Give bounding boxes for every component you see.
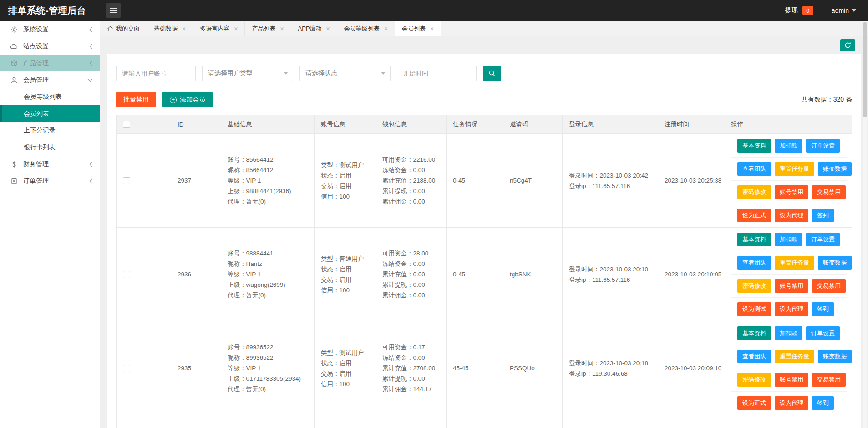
- row-checkbox-cell: [117, 134, 171, 227]
- batch-disable-button[interactable]: 批量禁用: [116, 92, 156, 107]
- row-checkbox-cell: [117, 415, 171, 428]
- login-info-cell: 登录时间：2023-10-03 20:10登录ip：111.65.57.116: [563, 228, 658, 321]
- op-button-加扣款[interactable]: 加扣款: [775, 326, 802, 340]
- operations-row: 基本资料加扣款订单设置: [731, 322, 847, 345]
- hamburger-icon: [110, 6, 117, 15]
- tab-多语言内容[interactable]: 多语言内容×: [193, 21, 245, 36]
- op-button-账变数据[interactable]: 账变数据: [818, 350, 852, 363]
- tab-label: APP滚动: [298, 25, 322, 33]
- op-button-设为正式[interactable]: 设为正式: [737, 209, 771, 222]
- sidebar-toggle-button[interactable]: [106, 3, 121, 18]
- start-time-input[interactable]: [397, 66, 477, 81]
- tab-APP滚动[interactable]: APP滚动×: [291, 21, 337, 36]
- info-line: 2023-10-03 20:25:38: [665, 175, 731, 186]
- scrollbar-thumb[interactable]: [863, 22, 867, 117]
- withdraw-count-badge[interactable]: 0: [802, 6, 813, 15]
- close-icon[interactable]: ×: [326, 25, 330, 32]
- sidebar-item-财务管理[interactable]: 财务管理: [0, 156, 100, 173]
- op-button-设为代理[interactable]: 设为代理: [775, 302, 808, 316]
- operations-row: 密码修改账号禁用交易禁用: [731, 368, 847, 392]
- sidebar-item-站点设置[interactable]: 站点设置: [0, 38, 100, 55]
- chevron-left-icon: [89, 44, 93, 49]
- tab-会员等级列表[interactable]: 会员等级列表×: [337, 21, 395, 36]
- op-button-签到[interactable]: 签到: [812, 396, 834, 410]
- op-button-账变数据[interactable]: 账变数据: [818, 256, 852, 270]
- info-line: 登录时间：2023-10-03 20:42: [569, 170, 658, 181]
- op-button-重置任务量[interactable]: 重置任务量: [775, 162, 814, 176]
- tab-我的桌面[interactable]: 我的桌面: [100, 21, 147, 36]
- sidebar-item-会员管理[interactable]: 会员管理: [0, 71, 100, 88]
- operations-row: 设为正式设为代理签到: [731, 204, 847, 227]
- op-button-订单设置[interactable]: 订单设置: [806, 139, 840, 153]
- op-button-订单设置[interactable]: 订单设置: [806, 233, 840, 246]
- op-button-重置任务量[interactable]: 重置任务量: [775, 256, 814, 270]
- chevron-left-icon: [89, 27, 93, 32]
- op-button-基本资料[interactable]: 基本资料: [737, 233, 771, 246]
- op-button-查看团队[interactable]: 查看团队: [737, 256, 771, 270]
- op-button-账号禁用[interactable]: 账号禁用: [775, 373, 808, 387]
- op-button-账变数据[interactable]: 账变数据: [818, 162, 852, 176]
- sidebar-subitem-会员列表[interactable]: 会员列表: [0, 105, 100, 122]
- op-button-交易禁用[interactable]: 交易禁用: [812, 373, 846, 387]
- info-line: 昵称：89936522: [228, 352, 314, 363]
- search-button[interactable]: [483, 66, 501, 81]
- user-type-select[interactable]: 请选择用户类型: [202, 66, 293, 81]
- tab-会员列表[interactable]: 会员列表×: [395, 21, 441, 36]
- op-button-设为代理[interactable]: 设为代理: [775, 209, 808, 222]
- basic-info-cell: 账号：89936522昵称：89936522等级：VIP 1上级：0171178…: [221, 321, 315, 415]
- op-button-密码修改[interactable]: 密码修改: [737, 185, 771, 199]
- op-button-交易禁用[interactable]: 交易禁用: [812, 279, 846, 293]
- op-button-密码修改[interactable]: 密码修改: [737, 279, 771, 293]
- op-button-基本资料[interactable]: 基本资料: [737, 326, 771, 340]
- op-button-账号禁用[interactable]: 账号禁用: [775, 279, 808, 293]
- sidebar-subitem-银行卡列表[interactable]: 银行卡列表: [0, 139, 100, 156]
- refresh-button[interactable]: [840, 39, 855, 51]
- sidebar-subitem-上下分记录[interactable]: 上下分记录: [0, 122, 100, 139]
- tab-基础数据[interactable]: 基础数据×: [147, 21, 193, 36]
- op-button-设为代理[interactable]: 设为代理: [775, 396, 808, 410]
- tab-label: 会员等级列表: [344, 25, 380, 33]
- top-header: 排单系统-管理后台 提现 0 admin: [0, 0, 868, 21]
- op-button-交易禁用[interactable]: 交易禁用: [812, 185, 846, 199]
- sidebar-item-订单管理[interactable]: 订单管理: [0, 173, 100, 189]
- column-header-label: 注册时间: [665, 120, 731, 128]
- close-icon[interactable]: ×: [384, 25, 388, 32]
- op-button-设为测试[interactable]: 设为测试: [737, 302, 771, 316]
- op-button-订单设置[interactable]: 订单设置: [806, 326, 840, 340]
- withdraw-link[interactable]: 提现: [785, 6, 798, 15]
- op-button-查看团队[interactable]: 查看团队: [737, 162, 771, 176]
- row-checkbox[interactable]: [123, 271, 130, 278]
- op-button-设为正式[interactable]: 设为正式: [737, 396, 771, 410]
- op-button-账号禁用[interactable]: 账号禁用: [775, 185, 808, 199]
- close-icon[interactable]: ×: [234, 25, 238, 32]
- row-checkbox-cell: [117, 321, 171, 415]
- close-icon[interactable]: ×: [430, 25, 434, 32]
- op-button-加扣款[interactable]: 加扣款: [775, 139, 802, 153]
- op-button-密码修改[interactable]: 密码修改: [737, 373, 771, 387]
- user-menu[interactable]: admin: [832, 7, 856, 14]
- register-time-cell: 2023-10-03 20:25:38: [658, 134, 731, 227]
- close-icon[interactable]: ×: [182, 25, 186, 32]
- op-button-基本资料[interactable]: 基本资料: [737, 139, 771, 153]
- op-button-查看团队[interactable]: 查看团队: [737, 350, 771, 363]
- row-checkbox[interactable]: [123, 177, 130, 184]
- account-input[interactable]: [116, 66, 196, 81]
- close-icon[interactable]: ×: [280, 25, 284, 32]
- select-all-checkbox[interactable]: [123, 121, 130, 128]
- op-button-加扣款[interactable]: 加扣款: [775, 233, 802, 246]
- row-checkbox[interactable]: [123, 365, 130, 372]
- op-button-签到[interactable]: 签到: [812, 209, 834, 222]
- add-member-button[interactable]: + 添加会员: [162, 92, 213, 107]
- filter-row: 请选择用户类型 请选择状态: [116, 66, 852, 81]
- tab-产品列表[interactable]: 产品列表×: [245, 21, 291, 36]
- op-button-签到[interactable]: 签到: [812, 302, 834, 316]
- info-line: 信用：100: [321, 191, 376, 202]
- sidebar-subitem-会员等级列表[interactable]: 会员等级列表: [0, 88, 100, 105]
- member-table: ID基础信息账号信息钱包信息任务情况邀请码登录信息注册时间操作2937账号：85…: [116, 115, 852, 428]
- sidebar-item-系统设置[interactable]: 系统设置: [0, 21, 100, 38]
- chevron-left-icon: [89, 162, 93, 167]
- op-button-重置任务量[interactable]: 重置任务量: [775, 350, 814, 363]
- status-select[interactable]: 请选择状态: [299, 66, 391, 81]
- info-line: 累计提现：0.00: [382, 186, 446, 196]
- sidebar-item-产品管理[interactable]: 产品管理: [0, 55, 100, 71]
